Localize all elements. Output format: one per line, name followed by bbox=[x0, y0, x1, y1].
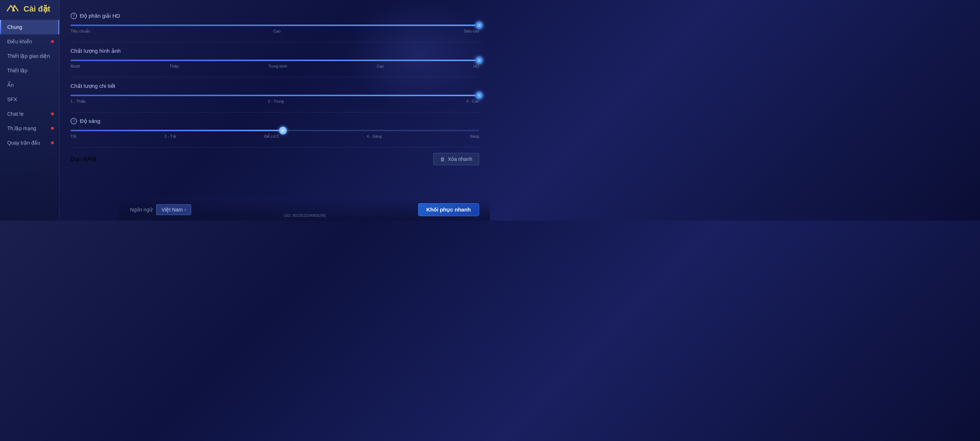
chat-luong-hinh-anh-labels: Mượt Thấp Trung bình Cao HD bbox=[70, 64, 479, 68]
chat-luong-hinh-anh-thumb[interactable] bbox=[475, 56, 483, 64]
chat-luong-chi-tiet-fill bbox=[70, 95, 479, 96]
do-phan-giai-thumb[interactable] bbox=[475, 21, 483, 29]
xoa-nhanh-label: Xóa nhanh bbox=[448, 156, 472, 162]
notification-badge bbox=[51, 40, 54, 43]
don-ram-row: Dọn RAM 🗑 Xóa nhanh bbox=[70, 153, 479, 165]
chat-luong-chi-tiet-track bbox=[70, 95, 479, 96]
sidebar-item-th-lap-mang[interactable]: Th.lập mạng bbox=[0, 121, 59, 135]
sidebar-item-an[interactable]: Ẩn bbox=[0, 78, 59, 92]
bottom-bar: Ngôn ngữ Việt Nam › UID: 802352034808245… bbox=[119, 199, 490, 221]
do-sang-track bbox=[70, 130, 479, 131]
sidebar-item-label: Chat lẹ bbox=[7, 111, 24, 117]
notification-badge bbox=[51, 127, 54, 130]
do-phan-giai-label: Độ phân giải HD bbox=[80, 13, 120, 19]
chat-luong-chi-tiet-labels: 1 - Thấp 2 - Trung 3 - Cao bbox=[70, 99, 479, 104]
do-phan-giai-track bbox=[70, 25, 479, 26]
language-value: Việt Nam bbox=[162, 207, 183, 213]
xoa-nhanh-button[interactable]: 🗑 Xóa nhanh bbox=[433, 153, 479, 165]
do-phan-giai-labels: Tiêu chuẩn Cao Siêu cao bbox=[70, 29, 479, 33]
sidebar-item-label: Ẩn bbox=[7, 82, 14, 88]
notification-badge bbox=[51, 141, 54, 144]
setting-do-phan-giai: ? Độ phân giải HD Tiêu chuẩn Cao Siêu ca… bbox=[70, 7, 479, 42]
chat-luong-hinh-anh-fill bbox=[70, 60, 479, 61]
notification-badge bbox=[51, 112, 54, 115]
do-sang-fill bbox=[70, 130, 283, 131]
restore-button[interactable]: Khôi phục nhanh bbox=[418, 203, 479, 216]
language-row: Ngôn ngữ Việt Nam › bbox=[130, 204, 191, 215]
chevron-right-icon: › bbox=[184, 207, 186, 212]
main-content: ? Độ phân giải HD Tiêu chuẩn Cao Siêu ca… bbox=[60, 0, 490, 221]
sidebar-item-thiet-lap-giao-dien[interactable]: Thiết lập giao diện bbox=[0, 49, 59, 63]
help-icon-do-sang[interactable]: ? bbox=[70, 118, 77, 124]
sidebar: ChungĐiều khiểnThiết lập giao diệnThiết … bbox=[0, 0, 60, 221]
restore-label: Khôi phục nhanh bbox=[426, 206, 471, 213]
sidebar-item-sfx[interactable]: SFX bbox=[0, 92, 59, 107]
sidebar-item-label: SFX bbox=[7, 97, 17, 102]
do-sang-label: Độ sáng bbox=[80, 118, 100, 124]
sidebar-item-label: Thiết lập giao diện bbox=[7, 53, 50, 59]
chat-luong-chi-tiet-thumb[interactable] bbox=[475, 91, 483, 99]
language-label: Ngôn ngữ bbox=[130, 207, 153, 213]
sidebar-item-label: Th.lập mạng bbox=[7, 126, 36, 131]
sidebar-item-label: Điều khiển bbox=[7, 39, 32, 45]
sidebar-item-label: Chung bbox=[7, 24, 22, 30]
chat-luong-hinh-anh-label: Chất lượng hình ảnh bbox=[70, 48, 121, 54]
do-phan-giai-fill bbox=[70, 25, 479, 26]
sidebar-item-chat-le[interactable]: Chat lẹ bbox=[0, 107, 59, 121]
setting-do-sang: ? Độ sáng Tối 2 - Tối Để cứ 3 4 - Sáng S… bbox=[70, 112, 479, 148]
do-sang-labels: Tối 2 - Tối Để cứ 3 4 - Sáng Sáng bbox=[70, 134, 479, 139]
chat-luong-chi-tiet-slider[interactable]: 1 - Thấp 2 - Trung 3 - Cao bbox=[70, 93, 479, 105]
header: Cài đặt bbox=[5, 4, 50, 14]
chat-luong-hinh-anh-slider[interactable]: Mượt Thấp Trung bình Cao HD bbox=[70, 58, 479, 70]
uid-text: UID: 802352034808245 bbox=[284, 213, 326, 218]
sidebar-item-label: Quay trận đấu bbox=[7, 140, 40, 146]
sidebar-item-quay-tran-dau[interactable]: Quay trận đấu bbox=[0, 135, 59, 150]
setting-don-ram: Dọn RAM 🗑 Xóa nhanh bbox=[70, 148, 479, 172]
don-ram-label: Dọn RAM bbox=[70, 156, 96, 163]
sidebar-item-thiet-lap[interactable]: Thiết lập bbox=[0, 63, 59, 78]
do-sang-slider[interactable]: Tối 2 - Tối Để cứ 3 4 - Sáng Sáng bbox=[70, 128, 479, 141]
app-logo bbox=[5, 4, 20, 14]
sidebar-item-chung[interactable]: Chung bbox=[0, 20, 59, 34]
chat-luong-chi-tiet-label: Chất lượng chi tiết bbox=[70, 83, 115, 89]
chat-luong-hinh-anh-track bbox=[70, 60, 479, 61]
trash-icon: 🗑 bbox=[440, 156, 445, 162]
setting-chat-luong-chi-tiet: Chất lượng chi tiết 1 - Thấp 2 - Trung 3… bbox=[70, 77, 479, 112]
do-sang-thumb[interactable] bbox=[279, 126, 287, 134]
setting-chat-luong-hinh-anh: Chất lượng hình ảnh Mượt Thấp Trung bình… bbox=[70, 42, 479, 77]
do-phan-giai-slider[interactable]: Tiêu chuẩn Cao Siêu cao bbox=[70, 23, 479, 35]
sidebar-item-label: Thiết lập bbox=[7, 68, 27, 73]
page-title: Cài đặt bbox=[24, 4, 50, 14]
language-button[interactable]: Việt Nam › bbox=[156, 204, 191, 215]
sidebar-item-dieu-khien[interactable]: Điều khiển bbox=[0, 34, 59, 49]
help-icon-do-phan-giai[interactable]: ? bbox=[70, 13, 77, 19]
